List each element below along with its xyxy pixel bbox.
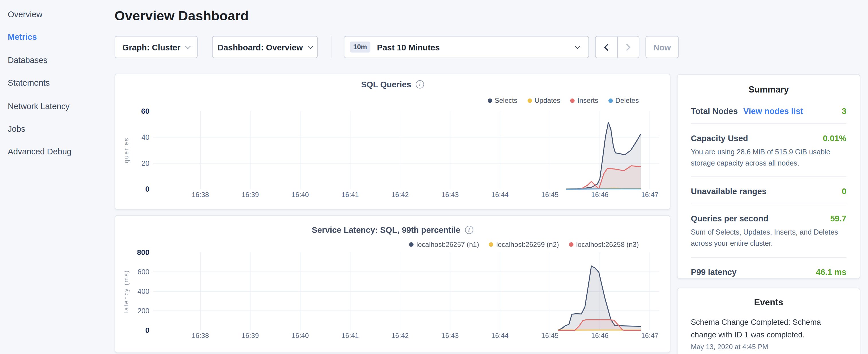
time-step-buttons (595, 36, 640, 58)
svg-text:16:40: 16:40 (291, 191, 309, 198)
prev-time-button[interactable] (596, 36, 617, 57)
time-range-dropdown[interactable]: 10m Past 10 Minutes (344, 36, 589, 58)
svg-text:16:41: 16:41 (342, 332, 359, 340)
svg-text:20: 20 (142, 159, 150, 167)
chart-legend: SelectsUpdatesInsertsDeletes (488, 97, 639, 104)
sidebar-item-jobs[interactable]: Jobs (0, 117, 111, 140)
legend-item[interactable]: Selects (488, 97, 517, 104)
dashboard-dropdown-label: Dashboard: Overview (217, 42, 303, 52)
svg-text:60: 60 (141, 107, 150, 116)
time-range-label: Past 10 Minutes (377, 42, 440, 52)
summary-title: Summary (677, 85, 860, 95)
svg-text:16:38: 16:38 (192, 191, 209, 198)
svg-text:0: 0 (145, 326, 150, 334)
graph-dropdown[interactable]: Graph: Cluster (115, 36, 198, 58)
service-latency-chart-card: Service Latency: SQL, 99th percentile i … (115, 215, 670, 353)
next-time-button[interactable] (617, 36, 639, 57)
svg-text:16:39: 16:39 (242, 332, 259, 340)
legend-dot-icon (569, 242, 573, 247)
svg-text:16:46: 16:46 (591, 332, 608, 340)
sidebar-item-network-latency[interactable]: Network Latency (0, 94, 111, 117)
svg-text:16:41: 16:41 (342, 191, 359, 198)
sidebar-item-overview[interactable]: Overview (0, 3, 111, 26)
graph-dropdown-label: Graph: Cluster (122, 42, 181, 52)
chevron-down-icon (185, 43, 191, 49)
svg-text:16:42: 16:42 (392, 191, 409, 198)
svg-text:400: 400 (137, 287, 150, 295)
summary-value: 46.1 ms (816, 267, 846, 277)
legend-dot-icon (409, 242, 413, 247)
chevron-right-icon (624, 43, 631, 51)
time-range-badge: 10m (350, 41, 371, 53)
svg-text:16:42: 16:42 (392, 332, 409, 340)
legend-label: Selects (495, 97, 517, 104)
svg-text:16:44: 16:44 (492, 332, 509, 340)
summary-row-queries-per-second: Queries per second 59.7 Sum of Selects, … (691, 204, 846, 257)
svg-text:queries: queries (123, 137, 130, 163)
view-nodes-list-link[interactable]: View nodes list (743, 106, 803, 116)
svg-text:40: 40 (142, 133, 150, 141)
svg-text:16:47: 16:47 (641, 191, 658, 198)
summary-label: P99 latency (691, 267, 737, 277)
legend-dot-icon (488, 99, 492, 103)
chart-title-row: SQL Queries i (115, 79, 670, 89)
summary-label: Queries per second (691, 214, 769, 223)
summary-label: Capacity Used (691, 133, 748, 143)
svg-text:800: 800 (137, 248, 149, 257)
summary-subtext: You are using 28.6 MiB of 515.9 GiB usab… (691, 147, 846, 169)
svg-text:latency (ms): latency (ms) (123, 270, 130, 313)
chart-title: SQL Queries (361, 79, 411, 89)
svg-text:0: 0 (145, 185, 150, 193)
svg-text:16:40: 16:40 (291, 332, 309, 340)
sidebar-item-statements[interactable]: Statements (0, 72, 111, 95)
chart-plot-area[interactable]: 16:3816:3916:4016:4116:4216:4316:4416:45… (115, 247, 671, 342)
event-timestamp: May 13, 2020 at 4:45 PM (691, 343, 846, 351)
legend-label: Deletes (615, 97, 639, 104)
summary-value: 0.01% (823, 133, 846, 143)
events-title: Events (677, 297, 860, 308)
info-icon[interactable]: i (465, 226, 473, 234)
svg-text:16:47: 16:47 (641, 332, 658, 340)
legend-item[interactable]: Deletes (608, 97, 639, 104)
dashboard-dropdown[interactable]: Dashboard: Overview (212, 36, 318, 58)
controls-bar: Graph: Cluster Dashboard: Overview 10m P… (0, 36, 868, 58)
legend-item[interactable]: Updates (527, 97, 560, 104)
summary-panel: Summary Total Nodes View nodes list 3 Ca… (677, 74, 860, 279)
legend-item[interactable]: Inserts (570, 97, 598, 104)
summary-label: Total Nodes (691, 106, 738, 116)
svg-text:16:46: 16:46 (591, 191, 608, 198)
event-message[interactable]: Schema Change Completed: Schema change w… (691, 316, 846, 341)
summary-value: 59.7 (830, 214, 846, 223)
summary-body: Total Nodes View nodes list 3 Capacity U… (677, 95, 860, 284)
events-body: Schema Change Completed: Schema change w… (677, 316, 860, 351)
legend-dot-icon (608, 99, 612, 103)
summary-subtext: Sum of Selects, Updates, Inserts, and De… (691, 227, 846, 250)
svg-text:16:39: 16:39 (242, 191, 259, 198)
svg-text:16:45: 16:45 (541, 191, 559, 198)
legend-label: Inserts (578, 97, 598, 104)
chart-title-row: Service Latency: SQL, 99th percentile i (115, 225, 670, 234)
svg-text:16:44: 16:44 (492, 191, 509, 198)
legend-label: Updates (534, 97, 560, 104)
summary-label: Unavailable ranges (691, 187, 767, 196)
controls-divider (332, 36, 332, 58)
sidebar-item-advanced-debug[interactable]: Advanced Debug (0, 140, 111, 163)
summary-value: 0 (842, 187, 846, 196)
chart-plot-area[interactable]: 16:3816:3916:4016:4116:4216:4316:4416:45… (115, 106, 671, 201)
svg-text:200: 200 (137, 307, 150, 315)
summary-row-total-nodes: Total Nodes View nodes list 3 (691, 95, 846, 124)
chart-title: Service Latency: SQL, 99th percentile (312, 225, 461, 234)
legend-dot-icon (489, 242, 493, 247)
now-button[interactable]: Now (645, 36, 679, 58)
events-panel: Events Schema Change Completed: Schema c… (677, 288, 860, 354)
svg-text:16:38: 16:38 (192, 332, 209, 340)
summary-row-capacity-used: Capacity Used 0.01% You are using 28.6 M… (691, 124, 846, 177)
legend-dot-icon (570, 99, 575, 103)
svg-text:600: 600 (137, 268, 150, 276)
chevron-down-icon (575, 43, 580, 49)
summary-row-p99-latency: P99 latency 46.1 ms (691, 257, 846, 284)
sql-queries-chart-card: SQL Queries i SelectsUpdatesInsertsDelet… (115, 74, 670, 210)
summary-row-unavailable-ranges: Unavailable ranges 0 (691, 177, 846, 204)
sidebar: Overview Metrics Databases Statements Ne… (0, 3, 111, 163)
info-icon[interactable]: i (415, 80, 424, 89)
